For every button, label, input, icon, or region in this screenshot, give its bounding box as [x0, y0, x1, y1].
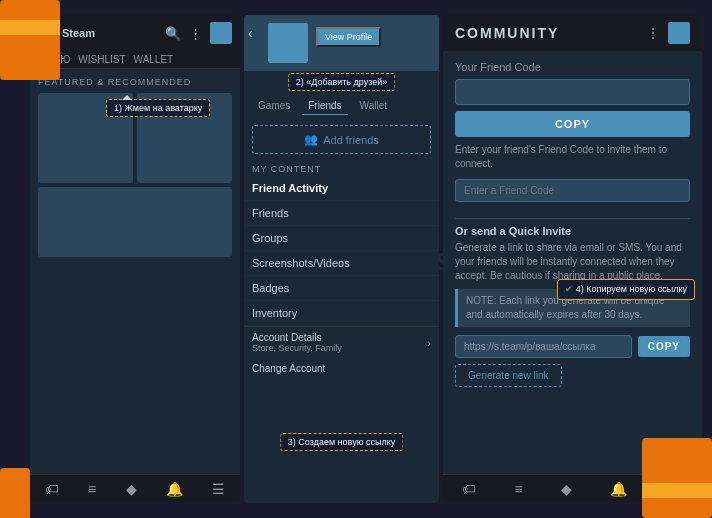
account-details-title: Account Details [252, 332, 342, 343]
profile-tabs: Games Friends Wallet [244, 93, 439, 119]
profile-avatar [268, 23, 308, 63]
community-more-icon[interactable]: ⋮ [646, 25, 660, 41]
step4-annotation: ✔ 4) Копируем новую ссылку [557, 279, 695, 300]
community-title: COMMUNITY [455, 25, 559, 41]
add-friends-label: Add friends [323, 134, 379, 146]
friend-code-input[interactable] [455, 79, 690, 105]
main-container: Steam 🔍 ⋮ МЕНЮ WISHLIST WALLET 1) Жмем н… [30, 15, 702, 503]
community-avatar[interactable] [668, 22, 690, 44]
step3-annotation: 3) Создаем новую ссылку [280, 433, 403, 451]
more-icon[interactable]: ⋮ [189, 26, 202, 41]
steam-nav: МЕНЮ WISHLIST WALLET [30, 51, 240, 69]
gift-decoration-bottom-right [642, 438, 712, 518]
friend-code-description: Enter your friend's Friend Code to invit… [455, 143, 690, 171]
featured-card-wide[interactable] [38, 187, 232, 257]
list-item-friend-activity[interactable]: Friend Activity [244, 176, 439, 201]
nav-wallet[interactable]: WALLET [134, 54, 174, 65]
account-details-left: Account Details Store, Security, Family [252, 332, 342, 353]
search-icon[interactable]: 🔍 [165, 26, 181, 41]
add-friends-button[interactable]: 👥 Add friends [252, 125, 431, 154]
avatar[interactable] [210, 22, 232, 44]
friend-code-title: Your Friend Code [455, 61, 690, 73]
community-nav-icon-bookmark[interactable]: 🏷 [462, 481, 476, 497]
steam-header-icons: 🔍 ⋮ [165, 22, 232, 44]
community-nav-icon-bell[interactable]: 🔔 [610, 481, 627, 497]
right-panel: COMMUNITY ⋮ Your Friend Code COPY Enter … [443, 15, 702, 503]
generate-new-link-button[interactable]: Generate new link [455, 364, 562, 387]
community-header-right: ⋮ [646, 22, 690, 44]
step2-annotation: 2) «Добавить друзей» [288, 73, 396, 91]
list-item-friends[interactable]: Friends [244, 201, 439, 226]
back-arrow[interactable]: ‹ [248, 25, 253, 41]
check-icon: ✔ [565, 283, 573, 296]
add-friends-icon: 👥 [304, 133, 318, 146]
list-item-inventory[interactable]: Inventory [244, 301, 439, 326]
account-arrow-icon: › [427, 337, 431, 349]
list-item-badges[interactable]: Badges [244, 276, 439, 301]
community-nav-icon-list[interactable]: ≡ [515, 481, 523, 497]
tab-games[interactable]: Games [252, 97, 296, 115]
friend-code-invite-input[interactable] [455, 179, 690, 202]
list-item-screenshots[interactable]: Screenshots/Videos [244, 251, 439, 276]
featured-card-1[interactable] [38, 93, 133, 183]
profile-header: ‹ View Profile [244, 15, 439, 71]
friend-code-copy-button[interactable]: COPY [455, 111, 690, 137]
nav-icon-bell[interactable]: 🔔 [166, 481, 183, 497]
invite-link-input[interactable] [455, 335, 632, 358]
community-header: COMMUNITY ⋮ [443, 15, 702, 51]
list-item-groups[interactable]: Groups [244, 226, 439, 251]
link-row: COPY [455, 335, 690, 358]
featured-cards [38, 93, 232, 183]
account-details-item[interactable]: Account Details Store, Security, Family … [244, 326, 439, 358]
quick-invite-description: Generate a link to share via email or SM… [455, 241, 690, 283]
featured-label: FEATURED & RECOMMENDED [38, 77, 232, 87]
gift-decoration-bottom-left [0, 468, 30, 518]
gift-decoration-top-left [0, 0, 60, 80]
view-profile-button[interactable]: View Profile [316, 27, 381, 47]
nav-icon-list[interactable]: ≡ [88, 481, 96, 497]
notice-box: NOTE: Each link you generate will be uni… [455, 289, 690, 327]
content-list: Friend Activity Friends Groups Screensho… [244, 176, 439, 326]
steam-header: Steam 🔍 ⋮ [30, 15, 240, 51]
change-account-item[interactable]: Change Account [244, 358, 439, 379]
middle-panel: ‹ View Profile 2) «Добавить друзей» Game… [244, 15, 439, 503]
tab-friends[interactable]: Friends [302, 97, 347, 115]
community-body: Your Friend Code COPY Enter your friend'… [443, 51, 702, 474]
invite-link-copy-button[interactable]: COPY [638, 336, 690, 357]
nav-icon-menu[interactable]: ☰ [212, 481, 225, 497]
tab-wallet[interactable]: Wallet [354, 97, 393, 115]
left-panel: Steam 🔍 ⋮ МЕНЮ WISHLIST WALLET 1) Жмем н… [30, 15, 240, 503]
nav-icon-bookmark[interactable]: 🏷 [45, 481, 59, 497]
nav-icon-shield[interactable]: ◆ [126, 481, 137, 497]
divider [455, 218, 690, 219]
featured-section: FEATURED & RECOMMENDED [30, 69, 240, 265]
community-nav-icon-shield[interactable]: ◆ [561, 481, 572, 497]
nav-wishlist[interactable]: WISHLIST [78, 54, 125, 65]
account-details-sub: Store, Security, Family [252, 343, 342, 353]
my-content-label: MY CONTENT [244, 160, 439, 176]
quick-invite-title: Or send a Quick Invite [455, 225, 690, 237]
left-bottom-nav: 🏷 ≡ ◆ 🔔 ☰ [30, 474, 240, 503]
featured-card-2[interactable] [137, 93, 232, 183]
steam-logo-text: Steam [62, 27, 95, 39]
